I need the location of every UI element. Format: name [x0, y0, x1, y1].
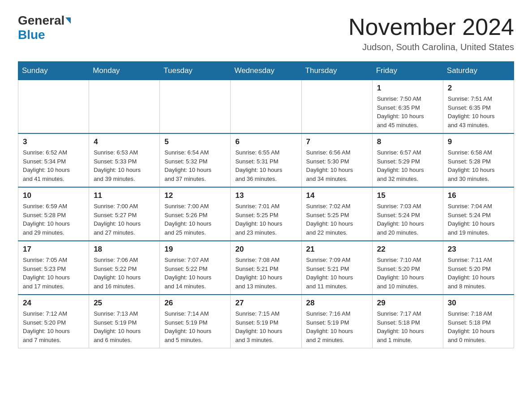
day-info: Sunrise: 7:50 AMSunset: 6:35 PMDaylight:…	[377, 94, 438, 129]
page-header: General Blue November 2024 Judson, South…	[18, 13, 514, 52]
day-number: 30	[448, 299, 509, 308]
day-number: 9	[448, 137, 509, 146]
month-title: November 2024	[348, 13, 514, 40]
calendar-cell: 11Sunrise: 7:00 AMSunset: 5:27 PMDayligh…	[89, 187, 160, 241]
logo: General Blue	[18, 13, 72, 42]
calendar-body: 1Sunrise: 7:50 AMSunset: 6:35 PMDaylight…	[18, 80, 514, 348]
calendar-cell	[18, 80, 89, 134]
header-tuesday: Tuesday	[160, 62, 231, 80]
day-number: 6	[235, 137, 296, 146]
calendar-cell: 28Sunrise: 7:16 AMSunset: 5:19 PMDayligh…	[301, 295, 372, 348]
day-number: 14	[306, 191, 368, 200]
calendar-header: SundayMondayTuesdayWednesdayThursdayFrid…	[18, 62, 514, 80]
day-number: 27	[235, 299, 296, 308]
week-row-5: 24Sunrise: 7:12 AMSunset: 5:20 PMDayligh…	[18, 295, 514, 348]
calendar-cell: 26Sunrise: 7:14 AMSunset: 5:19 PMDayligh…	[160, 295, 231, 348]
day-info: Sunrise: 7:03 AMSunset: 5:24 PMDaylight:…	[377, 202, 438, 237]
calendar-cell: 17Sunrise: 7:05 AMSunset: 5:23 PMDayligh…	[18, 241, 89, 295]
days-header-row: SundayMondayTuesdayWednesdayThursdayFrid…	[18, 62, 514, 80]
day-info: Sunrise: 7:04 AMSunset: 5:24 PMDaylight:…	[448, 202, 509, 237]
day-info: Sunrise: 7:11 AMSunset: 5:20 PMDaylight:…	[448, 256, 509, 291]
calendar-cell: 18Sunrise: 7:06 AMSunset: 5:22 PMDayligh…	[89, 241, 160, 295]
day-info: Sunrise: 7:15 AMSunset: 5:19 PMDaylight:…	[235, 309, 296, 344]
day-info: Sunrise: 7:14 AMSunset: 5:19 PMDaylight:…	[164, 309, 226, 344]
header-wednesday: Wednesday	[231, 62, 301, 80]
day-info: Sunrise: 7:16 AMSunset: 5:19 PMDaylight:…	[306, 309, 368, 344]
header-thursday: Thursday	[301, 62, 372, 80]
calendar-cell: 29Sunrise: 7:17 AMSunset: 5:18 PMDayligh…	[372, 295, 443, 348]
calendar-cell: 8Sunrise: 6:57 AMSunset: 5:29 PMDaylight…	[372, 133, 443, 187]
header-saturday: Saturday	[443, 62, 514, 80]
calendar-cell: 20Sunrise: 7:08 AMSunset: 5:21 PMDayligh…	[231, 241, 301, 295]
header-sunday: Sunday	[18, 62, 89, 80]
day-info: Sunrise: 7:51 AMSunset: 6:35 PMDaylight:…	[448, 94, 509, 129]
day-info: Sunrise: 6:55 AMSunset: 5:31 PMDaylight:…	[235, 148, 296, 183]
day-number: 21	[306, 245, 368, 254]
day-info: Sunrise: 7:09 AMSunset: 5:21 PMDaylight:…	[306, 256, 368, 291]
day-number: 13	[235, 191, 296, 200]
header-friday: Friday	[372, 62, 443, 80]
day-info: Sunrise: 7:13 AMSunset: 5:19 PMDaylight:…	[94, 309, 155, 344]
calendar-cell: 1Sunrise: 7:50 AMSunset: 6:35 PMDaylight…	[372, 80, 443, 134]
week-row-1: 1Sunrise: 7:50 AMSunset: 6:35 PMDaylight…	[18, 80, 514, 134]
day-info: Sunrise: 7:05 AMSunset: 5:23 PMDaylight:…	[23, 256, 84, 291]
day-info: Sunrise: 6:53 AMSunset: 5:33 PMDaylight:…	[94, 148, 155, 183]
day-info: Sunrise: 7:01 AMSunset: 5:25 PMDaylight:…	[235, 202, 296, 237]
calendar-cell: 16Sunrise: 7:04 AMSunset: 5:24 PMDayligh…	[443, 187, 514, 241]
calendar-cell: 5Sunrise: 6:54 AMSunset: 5:32 PMDaylight…	[160, 133, 231, 187]
calendar-cell: 21Sunrise: 7:09 AMSunset: 5:21 PMDayligh…	[301, 241, 372, 295]
day-number: 20	[235, 245, 296, 254]
logo-blue-text: Blue	[18, 28, 45, 42]
day-info: Sunrise: 6:56 AMSunset: 5:30 PMDaylight:…	[306, 148, 368, 183]
day-info: Sunrise: 7:00 AMSunset: 5:26 PMDaylight:…	[164, 202, 226, 237]
day-info: Sunrise: 6:58 AMSunset: 5:28 PMDaylight:…	[448, 148, 509, 183]
calendar-cell: 13Sunrise: 7:01 AMSunset: 5:25 PMDayligh…	[231, 187, 301, 241]
day-info: Sunrise: 6:59 AMSunset: 5:28 PMDaylight:…	[23, 202, 84, 237]
day-number: 23	[448, 245, 509, 254]
location-text: Judson, South Carolina, United States	[348, 42, 514, 52]
day-number: 16	[448, 191, 509, 200]
day-info: Sunrise: 6:54 AMSunset: 5:32 PMDaylight:…	[164, 148, 226, 183]
calendar-cell: 9Sunrise: 6:58 AMSunset: 5:28 PMDaylight…	[443, 133, 514, 187]
calendar-cell: 4Sunrise: 6:53 AMSunset: 5:33 PMDaylight…	[89, 133, 160, 187]
day-info: Sunrise: 7:10 AMSunset: 5:20 PMDaylight:…	[377, 256, 438, 291]
calendar-table: SundayMondayTuesdayWednesdayThursdayFrid…	[18, 61, 514, 348]
calendar-cell: 3Sunrise: 6:52 AMSunset: 5:34 PMDaylight…	[18, 133, 89, 187]
day-info: Sunrise: 7:00 AMSunset: 5:27 PMDaylight:…	[94, 202, 155, 237]
day-info: Sunrise: 7:02 AMSunset: 5:25 PMDaylight:…	[306, 202, 368, 237]
day-number: 25	[94, 299, 155, 308]
calendar-cell: 22Sunrise: 7:10 AMSunset: 5:20 PMDayligh…	[372, 241, 443, 295]
calendar-cell	[89, 80, 160, 134]
day-number: 22	[377, 245, 438, 254]
calendar-cell: 23Sunrise: 7:11 AMSunset: 5:20 PMDayligh…	[443, 241, 514, 295]
day-number: 28	[306, 299, 368, 308]
day-number: 15	[377, 191, 438, 200]
day-info: Sunrise: 7:07 AMSunset: 5:22 PMDaylight:…	[164, 256, 226, 291]
week-row-3: 10Sunrise: 6:59 AMSunset: 5:28 PMDayligh…	[18, 187, 514, 241]
calendar-cell: 19Sunrise: 7:07 AMSunset: 5:22 PMDayligh…	[160, 241, 231, 295]
day-number: 8	[377, 137, 438, 146]
day-info: Sunrise: 7:12 AMSunset: 5:20 PMDaylight:…	[23, 309, 84, 344]
day-number: 2	[448, 84, 509, 93]
day-number: 26	[164, 299, 226, 308]
day-info: Sunrise: 7:17 AMSunset: 5:18 PMDaylight:…	[377, 309, 438, 344]
calendar-cell	[160, 80, 231, 134]
day-number: 1	[377, 84, 438, 93]
calendar-cell: 24Sunrise: 7:12 AMSunset: 5:20 PMDayligh…	[18, 295, 89, 348]
logo-general-text: General	[18, 13, 64, 28]
calendar-cell: 12Sunrise: 7:00 AMSunset: 5:26 PMDayligh…	[160, 187, 231, 241]
day-number: 18	[94, 245, 155, 254]
day-number: 4	[94, 137, 155, 146]
day-number: 7	[306, 137, 368, 146]
calendar-cell: 7Sunrise: 6:56 AMSunset: 5:30 PMDaylight…	[301, 133, 372, 187]
calendar-cell: 2Sunrise: 7:51 AMSunset: 6:35 PMDaylight…	[443, 80, 514, 134]
calendar-cell	[231, 80, 301, 134]
calendar-cell: 30Sunrise: 7:18 AMSunset: 5:18 PMDayligh…	[443, 295, 514, 348]
title-section: November 2024 Judson, South Carolina, Un…	[348, 13, 514, 52]
day-number: 10	[23, 191, 84, 200]
day-info: Sunrise: 6:52 AMSunset: 5:34 PMDaylight:…	[23, 148, 84, 183]
week-row-2: 3Sunrise: 6:52 AMSunset: 5:34 PMDaylight…	[18, 133, 514, 187]
day-info: Sunrise: 7:18 AMSunset: 5:18 PMDaylight:…	[448, 309, 509, 344]
day-info: Sunrise: 7:06 AMSunset: 5:22 PMDaylight:…	[94, 256, 155, 291]
day-number: 3	[23, 137, 84, 146]
